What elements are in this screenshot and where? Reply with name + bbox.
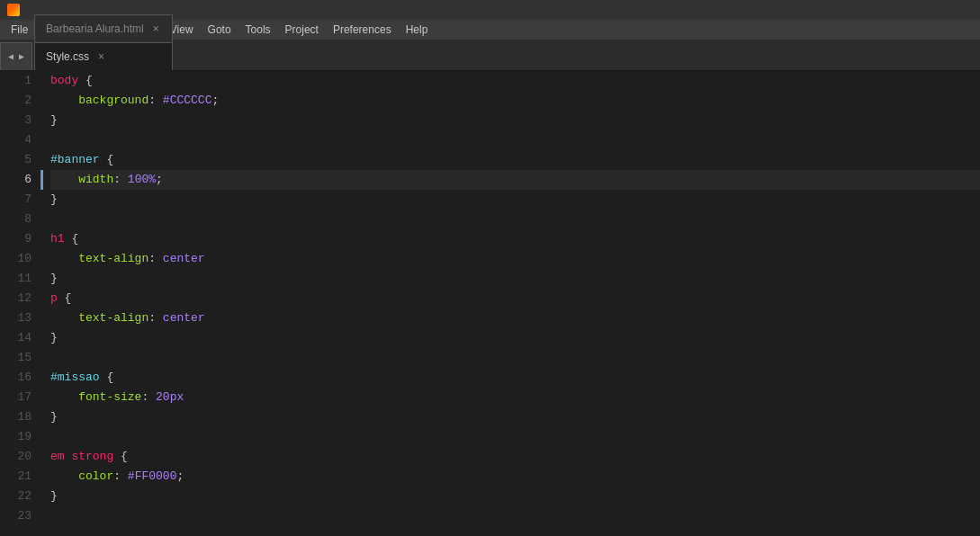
indicator-segment-6	[40, 170, 43, 190]
menu-item-project[interactable]: Project	[278, 22, 326, 38]
code-line-12[interactable]: p {	[50, 289, 980, 308]
token: }	[50, 410, 58, 424]
token: em strong	[50, 450, 121, 463]
line-number-7: 7	[0, 190, 31, 210]
line-number-21: 21	[0, 467, 31, 487]
code-area[interactable]: body { background: #CCCCCC;} #banner { w…	[43, 71, 980, 536]
code-line-7[interactable]: }	[50, 190, 980, 210]
tab-bar: ◀ ▶ Barbearia Alura.html×Style.css×	[0, 40, 980, 71]
tab-html-close-icon[interactable]: ×	[151, 22, 161, 35]
line-numbers: 1234567891011121314151617181920212223	[0, 71, 40, 536]
indicator-segment-2	[40, 91, 43, 111]
code-line-13[interactable]: text-align: center	[50, 308, 980, 328]
code-line-9[interactable]: h1 {	[50, 229, 980, 249]
indicator-segment-11	[40, 269, 43, 289]
line-number-10: 10	[0, 249, 31, 269]
token: 100%	[128, 173, 156, 186]
code-line-23[interactable]	[50, 506, 980, 526]
token: color	[50, 469, 113, 483]
code-line-19[interactable]	[50, 427, 980, 447]
code-line-16[interactable]: #missao {	[50, 368, 980, 388]
code-line-8[interactable]	[50, 210, 980, 229]
token: :	[113, 173, 128, 186]
indicator-segment-20	[40, 447, 43, 467]
code-line-11[interactable]: }	[50, 269, 980, 289]
code-line-22[interactable]: }	[50, 487, 980, 506]
indicator-segment-5	[40, 150, 43, 170]
line-number-22: 22	[0, 487, 31, 506]
line-number-23: 23	[0, 506, 31, 526]
indicator-segment-9	[40, 229, 43, 249]
tab-css-close-icon[interactable]: ×	[96, 50, 106, 63]
indicator-segment-23	[40, 506, 43, 526]
code-line-18[interactable]: }	[50, 407, 980, 427]
code-line-20[interactable]: em strong {	[50, 447, 980, 467]
token: center	[163, 311, 205, 325]
menu-item-help[interactable]: Help	[399, 22, 436, 38]
menu-item-goto[interactable]: Goto	[201, 22, 238, 38]
menu-item-tools[interactable]: Tools	[238, 22, 278, 38]
tab-css[interactable]: Style.css×	[34, 42, 173, 70]
line-number-20: 20	[0, 447, 31, 467]
token: ;	[176, 469, 184, 483]
code-line-2[interactable]: background: #CCCCCC;	[50, 91, 980, 111]
indicator-segment-15	[40, 348, 43, 368]
menu-item-file[interactable]: File	[4, 22, 35, 38]
line-number-2: 2	[0, 91, 31, 111]
indicator-segment-10	[40, 249, 43, 269]
code-line-14[interactable]: }	[50, 328, 980, 348]
line-number-16: 16	[0, 368, 31, 388]
line-number-14: 14	[0, 328, 31, 348]
line-number-11: 11	[0, 269, 31, 289]
menu-item-preferences[interactable]: Preferences	[326, 22, 399, 38]
code-line-21[interactable]: color: #FF0000;	[50, 467, 980, 487]
tab-nav-left-icon[interactable]: ◀	[6, 49, 15, 64]
token: {	[121, 450, 128, 463]
code-line-1[interactable]: body {	[50, 71, 980, 91]
token: {	[106, 371, 113, 384]
indicator-segment-12	[40, 289, 43, 308]
tab-html[interactable]: Barbearia Alura.html×	[34, 14, 173, 42]
tab-nav-right-icon[interactable]: ▶	[17, 49, 26, 64]
token: :	[148, 311, 163, 325]
token: }	[50, 113, 58, 127]
line-number-5: 5	[0, 150, 31, 170]
token: ;	[211, 94, 219, 107]
line-number-12: 12	[0, 289, 31, 308]
token: width	[50, 173, 113, 186]
code-line-5[interactable]: #banner {	[50, 150, 980, 170]
line-number-1: 1	[0, 71, 31, 91]
token: text-align	[50, 252, 148, 265]
editor: 1234567891011121314151617181920212223 bo…	[0, 71, 980, 536]
indicator-segment-18	[40, 407, 43, 427]
token: ;	[156, 173, 163, 186]
indicator-segment-8	[40, 210, 43, 229]
indicator-segment-21	[40, 467, 43, 487]
code-line-17[interactable]: font-size: 20px	[50, 388, 980, 407]
code-line-3[interactable]: }	[50, 111, 980, 130]
code-line-4[interactable]	[50, 130, 980, 150]
line-number-17: 17	[0, 388, 31, 407]
line-number-3: 3	[0, 111, 31, 130]
indicator-segment-22	[40, 487, 43, 506]
line-number-8: 8	[0, 210, 31, 229]
code-line-10[interactable]: text-align: center	[50, 249, 980, 269]
indicator-segment-1	[40, 71, 43, 91]
token: body	[50, 74, 85, 87]
token: :	[113, 469, 128, 483]
code-line-15[interactable]	[50, 348, 980, 368]
app-icon	[7, 4, 20, 16]
indicator-segment-19	[40, 427, 43, 447]
line-number-6: 6	[0, 170, 31, 190]
indicator-segment-14	[40, 328, 43, 348]
token: }	[50, 192, 58, 206]
indicator-segment-3	[40, 111, 43, 130]
token: center	[163, 252, 205, 265]
tab-nav-arrows[interactable]: ◀ ▶	[0, 42, 32, 70]
active-line-indicator	[40, 71, 43, 536]
token: :	[148, 252, 163, 265]
indicator-segment-16	[40, 368, 43, 388]
token: #missao	[50, 371, 106, 384]
code-line-6[interactable]: width: 100%;	[50, 170, 980, 190]
line-number-9: 9	[0, 229, 31, 249]
